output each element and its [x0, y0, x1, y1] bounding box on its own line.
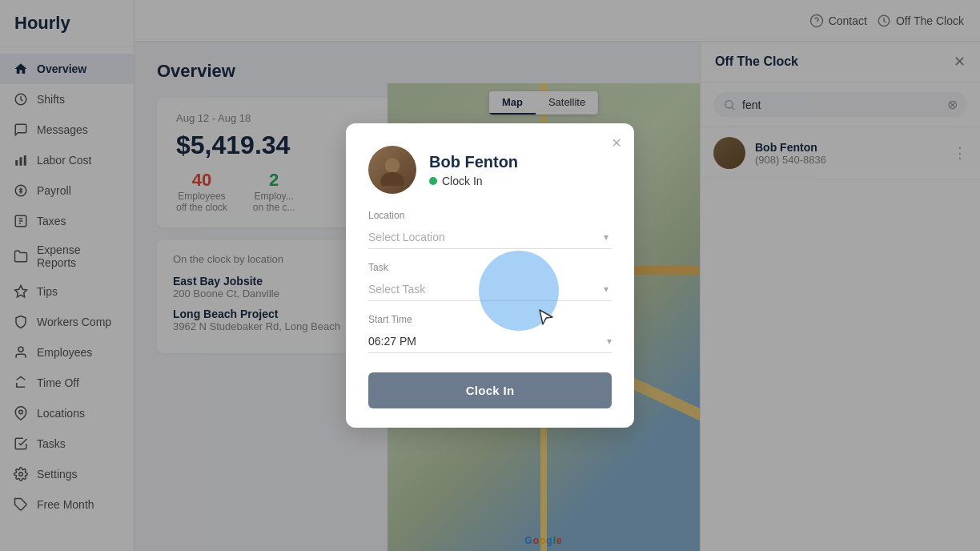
- modal-user-info: Bob Fenton Clock In: [429, 153, 518, 187]
- svg-point-20: [380, 172, 404, 186]
- modal-user-name: Bob Fenton: [429, 153, 518, 171]
- time-value: 06:27 PM: [368, 330, 607, 352]
- clock-status-dot: [429, 177, 437, 185]
- start-time-field: Start Time 06:27 PM ▾: [368, 314, 612, 353]
- task-select[interactable]: Select Task: [368, 278, 612, 300]
- location-select[interactable]: Select Location: [368, 226, 612, 248]
- modal-clock-status: Clock In: [429, 175, 518, 187]
- clock-status-text: Clock In: [442, 175, 483, 187]
- task-select-wrap: Select Task ▾: [368, 278, 612, 301]
- location-field: Location Select Location ▾: [368, 210, 612, 249]
- svg-point-19: [385, 158, 400, 173]
- modal-close-button[interactable]: ×: [612, 135, 621, 151]
- start-time-label: Start Time: [368, 314, 612, 325]
- clock-in-button[interactable]: Clock In: [368, 372, 612, 408]
- location-label: Location: [368, 210, 612, 221]
- modal-overlay: × Bob Fenton Clock In: [0, 0, 980, 551]
- modal-avatar: [368, 146, 416, 194]
- time-arrow-icon: ▾: [607, 336, 612, 347]
- user-photo: [376, 154, 408, 186]
- modal-header: Bob Fenton Clock In: [368, 146, 612, 194]
- task-label: Task: [368, 262, 612, 273]
- time-select-wrap: 06:27 PM ▾: [368, 330, 612, 353]
- location-select-wrap: Select Location ▾: [368, 226, 612, 249]
- clock-in-modal: × Bob Fenton Clock In: [346, 123, 634, 428]
- task-field: Task Select Task ▾: [368, 262, 612, 301]
